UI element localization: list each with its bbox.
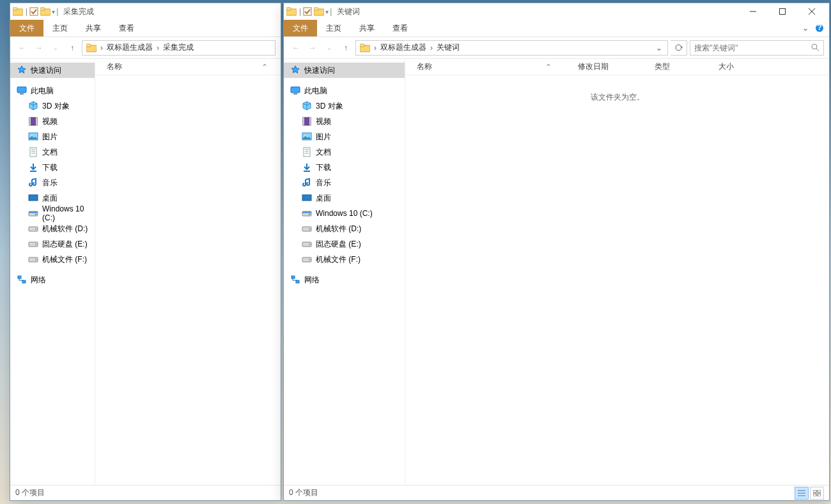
address-bar[interactable]: › 双标题生成器 › 采集完成 (82, 40, 276, 56)
monitor-icon (290, 86, 300, 96)
sidebar-item-documents[interactable]: 文档 (284, 144, 405, 160)
minimize-button[interactable] (738, 3, 768, 20)
titlebar[interactable]: | ▾ | 采集完成 (10, 3, 281, 20)
ribbon-collapse-icon[interactable]: ⌄ (802, 24, 809, 33)
sidebar-item-videos[interactable]: 视频 (284, 114, 405, 129)
music-icon (28, 178, 38, 188)
film-icon (302, 116, 312, 126)
breadcrumb-segment[interactable]: 双标题生成器 (378, 42, 429, 53)
ribbon-tab-file[interactable]: 文件 (284, 20, 317, 36)
address-dropdown-icon[interactable]: ⌄ (652, 43, 666, 52)
sidebar-item-music[interactable]: 音乐 (10, 175, 95, 190)
check-icon[interactable] (302, 6, 313, 17)
sidebar-item-3d[interactable]: 3D 对象 (284, 98, 405, 114)
sidebar-item-downloads[interactable]: 下载 (284, 160, 405, 175)
sidebar-item-pictures[interactable]: 图片 (10, 129, 95, 144)
breadcrumb-segment[interactable]: 采集完成 (160, 42, 196, 53)
label: 机械文件 (F:) (316, 254, 361, 265)
label: 视频 (42, 116, 58, 127)
search-box[interactable] (690, 40, 824, 56)
address-bar[interactable]: › 双标题生成器 › 关键词 ⌄ (355, 40, 668, 56)
star-icon (17, 65, 27, 75)
close-button[interactable] (797, 3, 827, 20)
sidebar-item-drive-c[interactable]: Windows 10 (C:) (284, 206, 405, 221)
sidebar-item-drive-e[interactable]: 固态硬盘 (E:) (284, 236, 405, 252)
sidebar-item-drive-f[interactable]: 机械文件 (F:) (284, 252, 405, 267)
column-date[interactable]: 修改日期 (571, 61, 648, 72)
column-name[interactable]: 名称 (95, 61, 261, 72)
folder-icon[interactable] (40, 6, 50, 17)
qat-dropdown-icon[interactable]: ▾ (52, 8, 55, 15)
window-title: 采集完成 (63, 6, 94, 17)
search-icon[interactable] (811, 43, 819, 52)
sort-indicator-icon[interactable]: ⌃ (261, 63, 281, 72)
nav-recent-dropdown[interactable]: ⌄ (49, 41, 63, 55)
sidebar-item-quick-access[interactable]: 快速访问 (284, 63, 405, 78)
sidebar-item-this-pc[interactable]: 此电脑 (10, 83, 95, 98)
column-size[interactable]: 大小 (712, 61, 763, 72)
sidebar-item-videos[interactable]: 视频 (10, 114, 95, 129)
svg-line-30 (816, 49, 819, 51)
ribbon-tab-view[interactable]: 查看 (110, 20, 143, 36)
sidebar-item-drive-d[interactable]: 机械软件 (D:) (284, 221, 405, 236)
chevron-right-icon[interactable]: › (373, 43, 378, 52)
sidebar-item-drive-f[interactable]: 机械文件 (F:) (10, 252, 95, 267)
search-input[interactable] (690, 43, 811, 52)
sidebar-item-music[interactable]: 音乐 (284, 175, 405, 190)
nav-forward-button[interactable]: → (32, 41, 46, 55)
sidebar-item-this-pc[interactable]: 此电脑 (284, 83, 405, 98)
sidebar-item-downloads[interactable]: 下载 (10, 160, 95, 175)
file-list-area[interactable]: 名称⌃ 修改日期 类型 大小 该文件夹为空。 (405, 59, 829, 485)
sidebar-item-desktop[interactable]: 桌面 (284, 190, 405, 206)
sidebar-item-network[interactable]: 网络 (284, 272, 405, 287)
desktop-icon (28, 193, 38, 203)
folder-icon[interactable] (314, 6, 324, 17)
check-icon[interactable] (29, 6, 39, 17)
view-details-button[interactable] (795, 487, 809, 500)
sidebar-item-pictures[interactable]: 图片 (284, 129, 405, 144)
label: 3D 对象 (42, 101, 70, 112)
sidebar-item-documents[interactable]: 文档 (10, 144, 95, 160)
titlebar[interactable]: | ▾ | 关键词 (284, 3, 829, 20)
chevron-right-icon[interactable]: › (99, 43, 104, 52)
refresh-button[interactable] (671, 40, 687, 56)
nav-up-button[interactable]: ↑ (65, 41, 79, 55)
nav-forward-button[interactable]: → (306, 41, 320, 55)
file-list-area[interactable]: 名称 ⌃ (95, 59, 281, 485)
sidebar-item-drive-d[interactable]: 机械软件 (D:) (10, 221, 95, 236)
chevron-right-icon[interactable]: › (155, 43, 160, 52)
nav-pane: 快速访问 此电脑 3D 对象 视频 图片 文档 下载 音乐 桌面 Windows… (284, 59, 405, 485)
sidebar-item-3d[interactable]: 3D 对象 (10, 98, 95, 114)
drive-icon (302, 239, 312, 249)
ribbon-tab-share[interactable]: 共享 (350, 20, 384, 36)
breadcrumb-segment[interactable]: 双标题生成器 (104, 42, 155, 53)
chevron-right-icon[interactable]: › (429, 43, 434, 52)
status-item-count: 0 个项目 (289, 487, 318, 498)
help-icon[interactable]: ? (815, 24, 824, 33)
folder-icon (13, 6, 23, 17)
sidebar-item-quick-access[interactable]: 快速访问 (10, 63, 95, 78)
ribbon-tab-file[interactable]: 文件 (10, 20, 43, 36)
sidebar-item-network[interactable]: 网络 (10, 272, 95, 287)
breadcrumb-segment[interactable]: 关键词 (434, 42, 462, 53)
nav-up-button[interactable]: ↑ (339, 41, 353, 55)
svg-rect-34 (813, 490, 816, 493)
folder-icon (286, 6, 297, 17)
qat-dropdown-icon[interactable]: ▾ (325, 8, 329, 15)
sidebar-item-desktop[interactable]: 桌面 (10, 190, 95, 206)
ribbon-tab-home[interactable]: 主页 (317, 20, 350, 36)
ribbon-tab-view[interactable]: 查看 (384, 20, 417, 36)
column-name[interactable]: 名称⌃ (405, 61, 571, 72)
nav-back-button[interactable]: ← (289, 41, 303, 55)
ribbon-tab-home[interactable]: 主页 (43, 20, 77, 36)
sidebar-item-drive-e[interactable]: 固态硬盘 (E:) (10, 236, 95, 252)
sidebar-item-drive-c[interactable]: Windows 10 (C:) (10, 206, 95, 221)
label: 网络 (31, 275, 46, 286)
view-large-icons-button[interactable] (810, 487, 824, 500)
ribbon-tab-share[interactable]: 共享 (77, 20, 110, 36)
drive-icon (302, 208, 312, 218)
nav-recent-dropdown[interactable]: ⌄ (322, 41, 336, 55)
nav-back-button[interactable]: ← (15, 41, 29, 55)
column-type[interactable]: 类型 (648, 61, 712, 72)
maximize-button[interactable] (768, 3, 797, 20)
